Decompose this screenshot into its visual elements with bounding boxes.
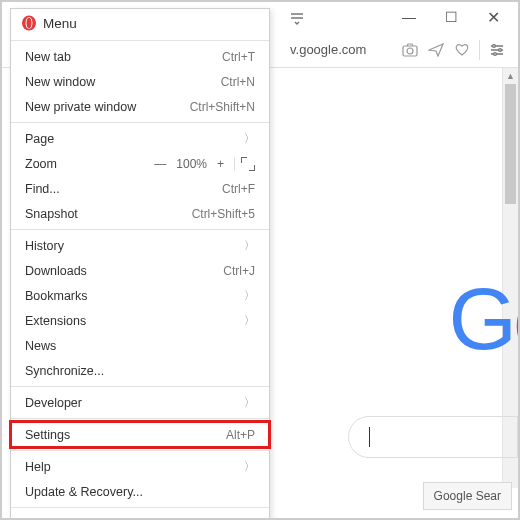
google-search-button[interactable]: Google Sear xyxy=(423,482,512,510)
menu-exit[interactable]: Exit Ctrl+Shift+X xyxy=(11,511,269,520)
svg-point-7 xyxy=(27,18,32,29)
menu-header[interactable]: Menu xyxy=(11,9,269,37)
opera-menu: Menu New tab Ctrl+T New window Ctrl+N Ne… xyxy=(10,8,270,520)
svg-point-4 xyxy=(494,52,497,55)
menu-bookmarks[interactable]: Bookmarks 〉 xyxy=(11,283,269,308)
separator xyxy=(479,40,480,60)
menu-update-recovery[interactable]: Update & Recovery... xyxy=(11,479,269,504)
opera-icon xyxy=(21,15,37,31)
fullscreen-icon[interactable] xyxy=(241,157,255,171)
menu-find[interactable]: Find... Ctrl+F xyxy=(11,176,269,201)
svg-point-3 xyxy=(499,48,502,51)
menu-history[interactable]: History 〉 xyxy=(11,233,269,258)
search-input[interactable] xyxy=(348,416,518,458)
menu-new-tab[interactable]: New tab Ctrl+T xyxy=(11,44,269,69)
close-button[interactable]: ✕ xyxy=(472,2,514,32)
scrollbar-thumb[interactable] xyxy=(505,84,516,204)
separator xyxy=(11,40,269,41)
chevron-right-icon: 〉 xyxy=(244,288,255,303)
menu-news[interactable]: News xyxy=(11,333,269,358)
menu-page[interactable]: Page 〉 xyxy=(11,126,269,151)
maximize-button[interactable]: ☐ xyxy=(430,2,472,32)
menu-settings[interactable]: Settings Alt+P xyxy=(11,422,269,447)
menu-help[interactable]: Help 〉 xyxy=(11,454,269,479)
chevron-right-icon: 〉 xyxy=(244,131,255,146)
zoom-in-button[interactable]: + xyxy=(213,157,228,171)
menu-new-private[interactable]: New private window Ctrl+Shift+N xyxy=(11,94,269,119)
separator xyxy=(11,122,269,123)
svg-point-1 xyxy=(407,48,413,54)
separator xyxy=(11,386,269,387)
heart-icon[interactable] xyxy=(449,37,475,63)
separator xyxy=(11,507,269,508)
google-logo: Go xyxy=(449,268,520,370)
minimize-button[interactable]: — xyxy=(388,2,430,32)
separator xyxy=(11,229,269,230)
snapshot-icon[interactable] xyxy=(397,37,423,63)
chevron-right-icon: 〉 xyxy=(244,238,255,253)
zoom-value: 100% xyxy=(176,157,207,171)
zoom-out-button[interactable]: — xyxy=(150,157,170,171)
easy-setup-icon[interactable] xyxy=(484,42,510,58)
separator xyxy=(11,418,269,419)
menu-extensions[interactable]: Extensions 〉 xyxy=(11,308,269,333)
separator xyxy=(11,450,269,451)
tab-menu-button[interactable] xyxy=(282,2,312,32)
chevron-right-icon: 〉 xyxy=(244,395,255,410)
menu-title: Menu xyxy=(43,16,77,31)
svg-point-2 xyxy=(493,44,496,47)
menu-synchronize[interactable]: Synchronize... xyxy=(11,358,269,383)
menu-zoom[interactable]: Zoom — 100% + xyxy=(11,151,269,176)
scroll-up-arrow[interactable]: ▲ xyxy=(503,68,518,84)
chevron-right-icon: 〉 xyxy=(244,313,255,328)
chevron-right-icon: 〉 xyxy=(244,459,255,474)
menu-downloads[interactable]: Downloads Ctrl+J xyxy=(11,258,269,283)
menu-developer[interactable]: Developer 〉 xyxy=(11,390,269,415)
menu-snapshot[interactable]: Snapshot Ctrl+Shift+5 xyxy=(11,201,269,226)
text-cursor xyxy=(369,427,370,447)
send-icon[interactable] xyxy=(423,37,449,63)
menu-new-window[interactable]: New window Ctrl+N xyxy=(11,69,269,94)
